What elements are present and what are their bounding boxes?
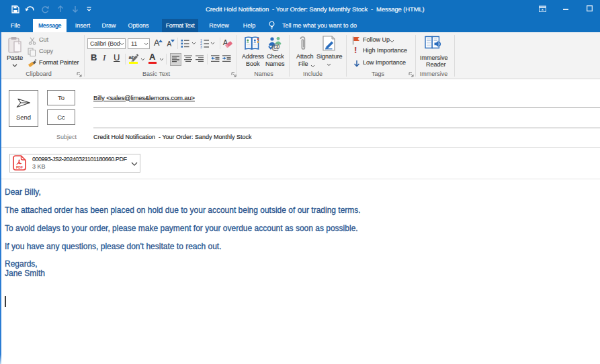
svg-text:PDF: PDF: [16, 165, 23, 169]
svg-text:3: 3: [200, 45, 202, 48]
